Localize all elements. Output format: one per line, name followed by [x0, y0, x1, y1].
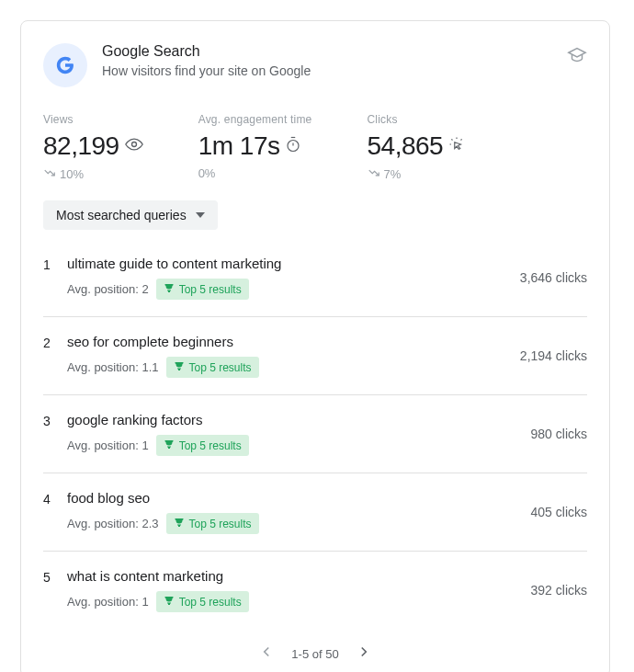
- query-clicks: 2,194 clicks: [520, 348, 587, 363]
- pager: 1-5 of 50: [43, 629, 587, 667]
- trophy-icon: [164, 595, 175, 609]
- svg-point-0: [131, 142, 136, 147]
- query-row[interactable]: 2seo for complete beginnersAvg. position…: [43, 317, 587, 395]
- stat-label: Views: [43, 113, 143, 126]
- card-subtitle: How visitors find your site on Google: [102, 63, 552, 78]
- stat-trend: 7%: [384, 167, 402, 181]
- query-text: ultimate guide to content marketing: [67, 256, 507, 271]
- query-position: Avg. position: 1: [67, 595, 149, 609]
- stat-trend: 0%: [198, 166, 216, 180]
- education-icon[interactable]: [567, 43, 587, 69]
- eye-icon: [125, 135, 143, 157]
- badge-label: Top 5 results: [189, 518, 252, 530]
- stat-views: Views 82,199 10%: [43, 113, 143, 182]
- query-text: seo for complete beginners: [67, 334, 507, 349]
- query-clicks: 405 clicks: [531, 505, 587, 519]
- google-search-card: Google Search How visitors find your sit…: [20, 20, 610, 672]
- badge-label: Top 5 results: [179, 439, 242, 452]
- trophy-icon: [164, 282, 175, 296]
- query-list: 1ultimate guide to content marketingAvg.…: [43, 239, 587, 629]
- trophy-icon: [174, 360, 185, 374]
- query-clicks: 3,646 clicks: [520, 270, 587, 285]
- badge-label: Top 5 results: [179, 596, 242, 609]
- trophy-icon: [164, 439, 175, 452]
- top5-badge: Top 5 results: [156, 435, 249, 456]
- query-position: Avg. position: 1.1: [67, 360, 159, 374]
- stat-value: 54,865: [368, 131, 444, 161]
- queries-filter-dropdown[interactable]: Most searched queries: [43, 200, 218, 230]
- query-clicks: 392 clicks: [531, 583, 587, 598]
- pager-range: 1-5 of 50: [291, 647, 338, 661]
- top5-badge: Top 5 results: [156, 591, 249, 612]
- query-row[interactable]: 3google ranking factorsAvg. position: 1T…: [43, 395, 587, 473]
- query-row[interactable]: 1ultimate guide to content marketingAvg.…: [43, 239, 587, 317]
- google-logo-icon: [43, 43, 87, 87]
- query-text: food blog seo: [67, 490, 518, 506]
- query-text: google ranking factors: [67, 412, 518, 427]
- badge-label: Top 5 results: [179, 283, 242, 296]
- query-rank: 5: [43, 568, 54, 585]
- query-rank: 3: [43, 412, 54, 428]
- stat-clicks: Clicks 54,865 7%: [368, 113, 466, 182]
- stat-engagement: Avg. engagement time 1m 17s 0%: [198, 113, 312, 182]
- top5-badge: Top 5 results: [166, 357, 259, 378]
- query-clicks: 980 clicks: [531, 427, 587, 441]
- trend-down-icon: [43, 166, 56, 182]
- cursor-click-icon: [448, 136, 465, 156]
- query-position: Avg. position: 2: [67, 282, 149, 296]
- query-position: Avg. position: 1: [67, 439, 149, 452]
- query-row[interactable]: 5what is content marketingAvg. position:…: [43, 552, 587, 629]
- query-rank: 1: [43, 256, 54, 272]
- query-rank: 4: [43, 490, 54, 507]
- stat-trend: 10%: [60, 167, 84, 181]
- card-header: Google Search How visitors find your sit…: [43, 43, 587, 87]
- stat-label: Avg. engagement time: [198, 113, 312, 126]
- top5-badge: Top 5 results: [156, 279, 249, 300]
- card-title: Google Search: [102, 43, 552, 60]
- pager-next-button[interactable]: [356, 644, 372, 664]
- pager-prev-button[interactable]: [258, 644, 275, 664]
- dropdown-label: Most searched queries: [56, 208, 187, 222]
- stat-value: 82,199: [43, 131, 119, 161]
- trophy-icon: [174, 517, 185, 530]
- badge-label: Top 5 results: [189, 361, 252, 374]
- stat-value: 1m 17s: [198, 131, 280, 161]
- top5-badge: Top 5 results: [166, 513, 259, 534]
- stats-row: Views 82,199 10% Avg. engagement time 1m…: [43, 113, 587, 182]
- query-position: Avg. position: 2.3: [67, 517, 159, 530]
- query-rank: 2: [43, 334, 54, 350]
- query-row[interactable]: 4food blog seoAvg. position: 2.3Top 5 re…: [43, 473, 587, 552]
- trend-down-icon: [368, 166, 380, 182]
- query-text: what is content marketing: [67, 568, 518, 584]
- stopwatch-icon: [285, 136, 301, 156]
- stat-label: Clicks: [368, 113, 466, 126]
- caret-down-icon: [196, 212, 205, 218]
